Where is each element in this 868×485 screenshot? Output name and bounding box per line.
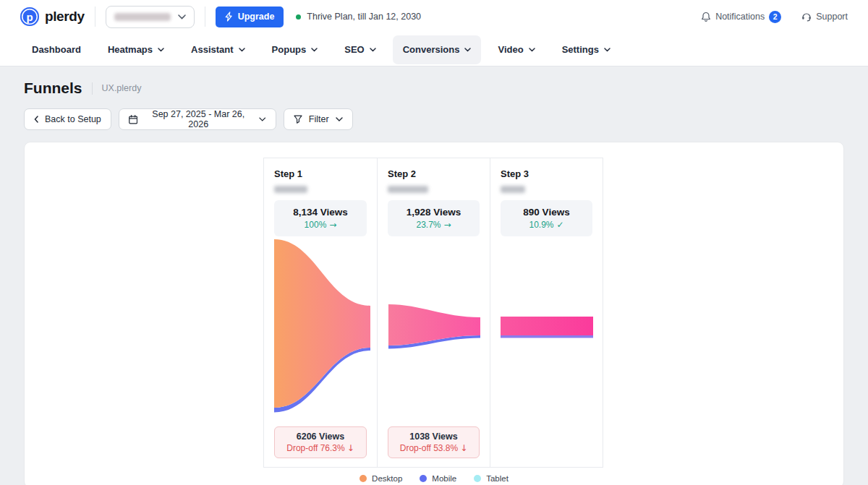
chevron-down-icon xyxy=(178,14,186,20)
arrow-down-icon: ↓ xyxy=(347,443,354,453)
step-title: Step 3 xyxy=(501,168,592,179)
nav-label: Video xyxy=(498,44,523,55)
dropoff-views: 6206 Views xyxy=(297,432,345,442)
chevron-down-icon xyxy=(464,48,471,52)
device-legend: Desktop Mobile Tablet xyxy=(25,474,843,483)
calendar-icon xyxy=(129,115,137,124)
mobile-dot-icon xyxy=(420,475,427,482)
funnel-shape-step-3 xyxy=(490,236,603,420)
nav-item-seo[interactable]: SEO xyxy=(334,35,386,64)
desktop-area xyxy=(388,304,480,345)
nav-label: Heatmaps xyxy=(108,44,153,55)
check-icon: ✓ xyxy=(556,220,563,230)
toolbar: Back to Setup Sep 27, 2025 - Mar 26, 202… xyxy=(24,108,844,130)
project-name: UX.plerdy xyxy=(92,82,142,95)
nav-label: Settings xyxy=(562,44,599,55)
chevron-down-icon xyxy=(336,117,343,121)
date-range-picker[interactable]: Sep 27, 2025 - Mar 26, 2026 xyxy=(119,108,276,130)
step-name-redacted xyxy=(274,186,307,193)
dropoff-box[interactable]: 6206 Views Drop-off 76.3%↓ xyxy=(274,426,367,458)
legend-label: Mobile xyxy=(432,474,456,483)
filter-button[interactable]: Filter xyxy=(284,108,353,130)
account-dropdown[interactable] xyxy=(106,6,195,28)
plerdy-logo-icon: p xyxy=(20,7,39,26)
headset-icon xyxy=(801,12,812,22)
step-views: 890 Views xyxy=(523,207,569,218)
nav-label: Conversions xyxy=(403,44,460,55)
support-button[interactable]: Support xyxy=(801,12,848,22)
back-to-setup-button[interactable]: Back to Setup xyxy=(24,108,111,130)
plerdy-logo[interactable]: p plerdy xyxy=(20,7,85,26)
notifications-button[interactable]: Notifications 2 xyxy=(701,11,781,23)
filter-label: Filter xyxy=(309,114,329,124)
plan-status-text: Thrive Plan, till Jan 12, 2030 xyxy=(307,12,421,22)
chevron-left-icon xyxy=(34,116,38,123)
funnel-shape-step-2 xyxy=(378,236,490,420)
nav-item-video[interactable]: Video xyxy=(488,35,545,64)
notifications-count-badge: 2 xyxy=(769,11,781,23)
nav-item-popups[interactable]: Popups xyxy=(262,35,328,64)
funnel-card: Step 1 8,134 Views 100%→ 6206 V xyxy=(24,142,844,485)
notifications-label: Notifications xyxy=(715,12,765,22)
chevron-down-icon xyxy=(529,48,535,52)
arrow-down-icon: ↓ xyxy=(460,443,467,453)
step-name-redacted xyxy=(501,186,525,193)
dropoff-box[interactable]: 1038 Views Drop-off 53.8%↓ xyxy=(388,426,480,458)
desktop-area xyxy=(274,239,370,408)
chevron-down-icon xyxy=(158,48,164,52)
legend-item-desktop: Desktop xyxy=(359,474,402,483)
step-views-box[interactable]: 1,928 Views 23.7%→ xyxy=(388,200,480,236)
chevron-down-icon xyxy=(370,48,376,52)
account-name-redacted xyxy=(114,13,171,21)
bell-icon xyxy=(701,12,711,22)
step-views: 1,928 Views xyxy=(407,207,461,218)
chevron-down-icon xyxy=(259,117,265,121)
legend-label: Tablet xyxy=(486,474,509,483)
top-bar: p plerdy Upgrade Thrive Plan, till Jan 1… xyxy=(0,0,868,33)
support-label: Support xyxy=(816,12,848,22)
nav-item-settings[interactable]: Settings xyxy=(552,35,621,64)
legend-label: Desktop xyxy=(372,474,402,483)
lightning-icon xyxy=(225,12,233,22)
plan-status: Thrive Plan, till Jan 12, 2030 xyxy=(296,12,421,22)
step-views-box[interactable]: 8,134 Views 100%→ xyxy=(274,200,367,236)
main-nav: Dashboard Heatmaps Assistant Popups SEO … xyxy=(0,33,868,66)
dropoff-percent: Drop-off 76.3% xyxy=(286,443,345,453)
step-title: Step 2 xyxy=(388,168,480,179)
funnel-step-3: Step 3 890 Views 10.9%✓ xyxy=(490,158,603,467)
dropoff-views: 1038 Views xyxy=(409,432,458,442)
nav-label: Dashboard xyxy=(32,44,81,55)
upgrade-button[interactable]: Upgrade xyxy=(216,7,284,27)
step-percent: 23.7% xyxy=(416,220,441,230)
upgrade-label: Upgrade xyxy=(238,12,275,22)
date-range-label: Sep 27, 2025 - Mar 26, 2026 xyxy=(144,109,252,129)
chevron-down-icon xyxy=(311,48,318,52)
arrow-right-icon: → xyxy=(443,220,451,230)
nav-label: Assistant xyxy=(191,44,234,55)
nav-item-assistant[interactable]: Assistant xyxy=(181,35,255,64)
step-views-box[interactable]: 890 Views 10.9%✓ xyxy=(501,200,592,236)
nav-label: Popups xyxy=(272,44,307,55)
back-label: Back to Setup xyxy=(45,114,101,124)
main-content: Funnels UX.plerdy Back to Setup Sep 27, … xyxy=(0,80,868,485)
desktop-area xyxy=(501,317,593,335)
nav-label: SEO xyxy=(344,44,364,55)
nav-item-heatmaps[interactable]: Heatmaps xyxy=(98,35,174,64)
page-title: Funnels xyxy=(24,80,82,97)
dropoff-percent: Drop-off 53.8% xyxy=(400,443,459,453)
step-views: 8,134 Views xyxy=(293,207,348,218)
arrow-right-icon: → xyxy=(329,220,336,230)
nav-item-dashboard[interactable]: Dashboard xyxy=(22,35,91,64)
brand-name: plerdy xyxy=(45,9,85,25)
funnel-shape-step-1 xyxy=(264,236,377,420)
nav-item-conversions[interactable]: Conversions xyxy=(393,35,482,64)
funnel-step-1: Step 1 8,134 Views 100%→ 6206 V xyxy=(264,158,377,467)
divider xyxy=(205,7,205,27)
mobile-area xyxy=(501,335,593,338)
filter-funnel-icon xyxy=(294,115,302,124)
legend-item-mobile: Mobile xyxy=(420,474,456,483)
chevron-down-icon xyxy=(604,48,610,52)
step-title: Step 1 xyxy=(274,168,367,179)
tablet-dot-icon xyxy=(474,475,481,482)
step-percent: 10.9% xyxy=(529,220,553,230)
